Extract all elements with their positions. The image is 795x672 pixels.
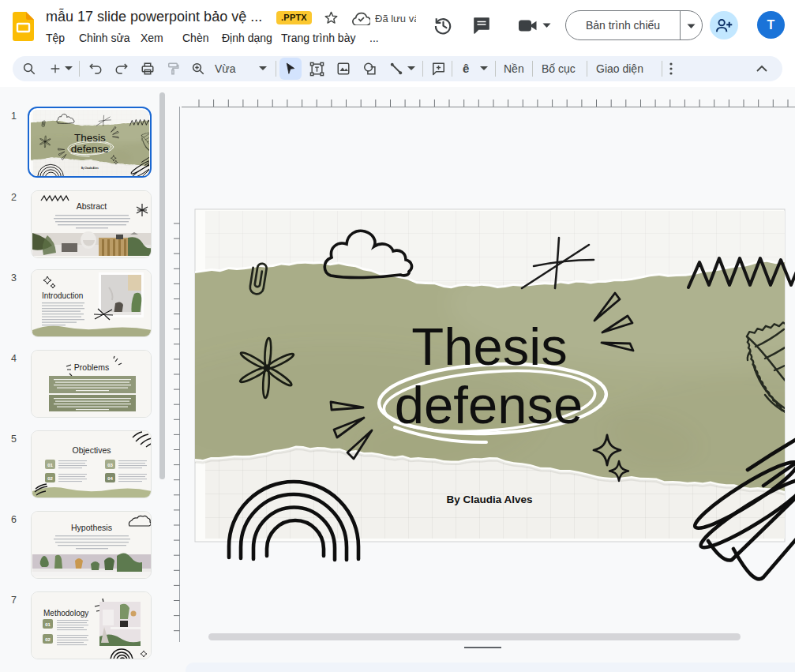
svg-text:04: 04 [107, 476, 113, 481]
svg-text:Objectives: Objectives [72, 445, 111, 455]
svg-text:02: 02 [47, 476, 53, 481]
svg-text:Methodology: Methodology [43, 609, 88, 618]
svg-text:Abstract: Abstract [77, 201, 107, 211]
svg-text:03: 03 [107, 463, 113, 467]
svg-text:02: 02 [45, 637, 51, 642]
svg-text:01: 01 [47, 463, 53, 467]
svg-text:Problems: Problems [74, 362, 109, 372]
svg-text:Hypothesis: Hypothesis [71, 523, 112, 532]
svg-text:01: 01 [45, 622, 51, 627]
svg-text:Introduction: Introduction [42, 291, 83, 300]
